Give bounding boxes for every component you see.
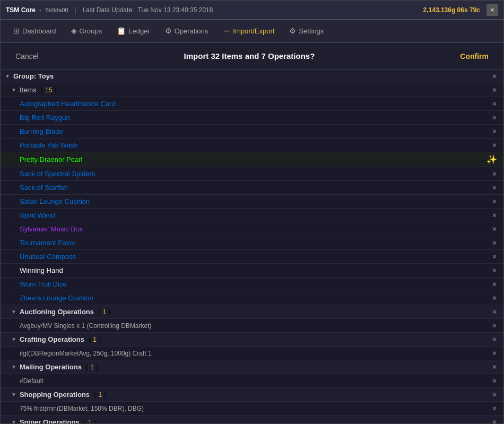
list-item: #Default ✕ (1, 374, 503, 388)
import-export-icon: ↔ (223, 27, 230, 35)
item-name: Winning Hand (20, 266, 63, 274)
auctioning-op-remove-button[interactable]: ✕ (490, 322, 499, 330)
sparkles-icon: ✨ (486, 154, 497, 165)
nav-ledger-label: Ledger (128, 27, 150, 35)
close-button[interactable]: × (486, 4, 498, 16)
mailing-ops-remove-button[interactable]: ✕ (490, 364, 499, 371)
auctioning-ops-label: Auctioning Operations (20, 308, 94, 316)
item-remove-button[interactable]: ✕ (490, 226, 499, 233)
item-remove-button[interactable]: ✕ (490, 128, 499, 135)
cancel-button[interactable]: Cancel (9, 49, 45, 64)
item-name: Tournament Favor (20, 239, 76, 247)
item-remove-button[interactable]: ✕ (490, 253, 499, 261)
items-paren-open: ( (41, 86, 43, 94)
sniper-chevron-icon: ▼ (11, 419, 16, 423)
titlebar-right: 2,143,136g 06s 79c × (423, 4, 498, 16)
item-name: Zhevra Lounge Cushion (20, 294, 93, 302)
nav-settings[interactable]: ⚙ Settings (282, 22, 331, 39)
settings-icon: ⚙ (289, 27, 296, 35)
item-name: Unusual Compass (20, 253, 76, 261)
shopping-op-name: 75% first(min(DBMarket, 150% DBR), DBG) (20, 405, 144, 412)
list-item: Sack of Spectral Spiders ✕ (1, 167, 503, 181)
nav-groups-label: Groups (80, 27, 102, 35)
crafting-chevron-icon: ▼ (11, 336, 16, 342)
list-item: ifgt(DBRegionMarketAvg, 250g, 1000g) Cra… (1, 347, 503, 360)
sniper-ops-header: ▼ Sniper Operations (1) ✕ (1, 416, 503, 423)
item-name: Autographed Hearthstone Card (20, 100, 116, 108)
dashboard-icon: ⊞ (13, 27, 20, 35)
navbar: ⊞ Dashboard ◈ Groups 📋 Ledger ⚙ Operatio… (1, 20, 503, 43)
list-item: Avgbuy/MV Singles x 1 (Controlling DBMar… (1, 319, 503, 333)
item-remove-button[interactable]: ✕ (490, 295, 499, 302)
items-chevron-icon: ▼ (11, 87, 16, 93)
nav-import-export[interactable]: ↔ Import/Export (215, 22, 282, 39)
gold-amount: 2,143,136g 06s 79c (423, 6, 480, 14)
list-item: Tournament Favor ✕ (1, 236, 503, 250)
auctioning-ops-header: ▼ Auctioning Operations (1) ✕ (1, 305, 503, 319)
list-item: Big Red Raygun ✕ (1, 111, 503, 125)
item-name: Sylvanas' Music Box (20, 225, 83, 233)
item-remove-button[interactable]: ✕ (490, 100, 499, 108)
group-label: Group: Toys (13, 72, 54, 80)
auctioning-ops-count: 1 (102, 308, 106, 316)
item-remove-button[interactable]: ✕ (490, 267, 499, 274)
groups-icon: ◈ (71, 27, 77, 35)
item-remove-button[interactable]: ✕ (490, 239, 499, 247)
list-item: 75% first(min(DBMarket, 150% DBR), DBG) … (1, 402, 503, 416)
nav-groups[interactable]: ◈ Groups (64, 22, 110, 39)
mailing-ops-header: ▼ Mailing Operations (1) ✕ (1, 360, 503, 374)
last-update: Last Data Update: Tue Nov 13 23:40:35 20… (83, 6, 213, 14)
action-title: Import 32 Items and 7 Operations? (184, 51, 315, 60)
shopping-ops-remove-button[interactable]: ✕ (490, 391, 499, 399)
item-name: Big Red Raygun (20, 114, 70, 122)
list-item: Winning Hand ✕ (1, 264, 503, 278)
nav-settings-label: Settings (299, 27, 324, 35)
nav-operations[interactable]: ⚙ Operations (158, 22, 216, 39)
list-item: Pretty Draenor Pearl ✨ ✕ (1, 152, 503, 167)
shopping-ops-header: ▼ Shopping Operations (1) ✕ (1, 388, 503, 402)
auctioning-ops-remove-button[interactable]: ✕ (490, 308, 499, 316)
crafting-op-name: ifgt(DBRegionMarketAvg, 250g, 1000g) Cra… (20, 350, 152, 357)
main-window: TSM Core - 5b9da00 | Last Data Update: T… (0, 0, 504, 424)
crafting-op-remove-button[interactable]: ✕ (490, 350, 499, 357)
crafting-ops-remove-button[interactable]: ✕ (490, 336, 499, 343)
item-remove-button[interactable]: ✕ (490, 114, 499, 122)
group-chevron-icon: ▼ (5, 73, 10, 79)
actionbar: Cancel Import 32 Items and 7 Operations?… (1, 43, 503, 70)
app-name: TSM Core - 5b9da00 (6, 6, 68, 14)
titlebar-left: TSM Core - 5b9da00 | Last Data Update: T… (6, 6, 213, 14)
item-remove-button[interactable]: ✕ (490, 212, 499, 219)
sniper-ops-count: 1 (88, 419, 92, 424)
nav-dashboard[interactable]: ⊞ Dashboard (6, 22, 64, 39)
mailing-ops-label: Mailing Operations (20, 363, 82, 371)
item-remove-button[interactable]: ✕ (490, 142, 499, 149)
item-name: Burning Blade (20, 127, 63, 135)
group-remove-button[interactable]: ✕ (490, 73, 499, 80)
items-remove-button[interactable]: ✕ (490, 86, 499, 94)
auctioning-chevron-icon: ▼ (11, 309, 16, 315)
confirm-button[interactable]: Confirm (454, 49, 495, 64)
auctioning-op-name: Avgbuy/MV Singles x 1 (Controlling DBMar… (20, 322, 152, 330)
item-remove-button[interactable]: ✕ (490, 184, 499, 192)
item-name: Portable Yak Wash (20, 141, 78, 149)
items-header-row: ▼ Items (15) ✕ (1, 83, 503, 97)
item-remove-button[interactable]: ✕ (490, 281, 499, 288)
list-item: Sylvanas' Music Box ✕ (1, 222, 503, 236)
item-remove-button[interactable]: ✕ (490, 198, 499, 205)
sniper-ops-remove-button[interactable]: ✕ (490, 419, 499, 424)
mailing-ops-count: 1 (90, 364, 94, 371)
list-item: Burning Blade ✕ (1, 125, 503, 139)
shopping-op-remove-button[interactable]: ✕ (490, 405, 499, 412)
sniper-ops-label: Sniper Operations (20, 418, 80, 423)
item-remove-button[interactable]: ✕ (490, 170, 499, 178)
ledger-icon: 📋 (117, 27, 126, 35)
list-item: Zhevra Lounge Cushion ✕ (1, 291, 503, 305)
shopping-ops-label: Shopping Operations (20, 391, 90, 399)
crafting-ops-label: Crafting Operations (20, 335, 84, 343)
nav-ledger[interactable]: 📋 Ledger (109, 22, 157, 39)
mailing-op-remove-button[interactable]: ✕ (490, 377, 499, 385)
mailing-op-name: #Default (20, 377, 44, 385)
item-name: Pretty Draenor Pearl (20, 155, 83, 163)
items-label: Items (20, 86, 37, 94)
nav-import-export-label: Import/Export (233, 27, 274, 35)
